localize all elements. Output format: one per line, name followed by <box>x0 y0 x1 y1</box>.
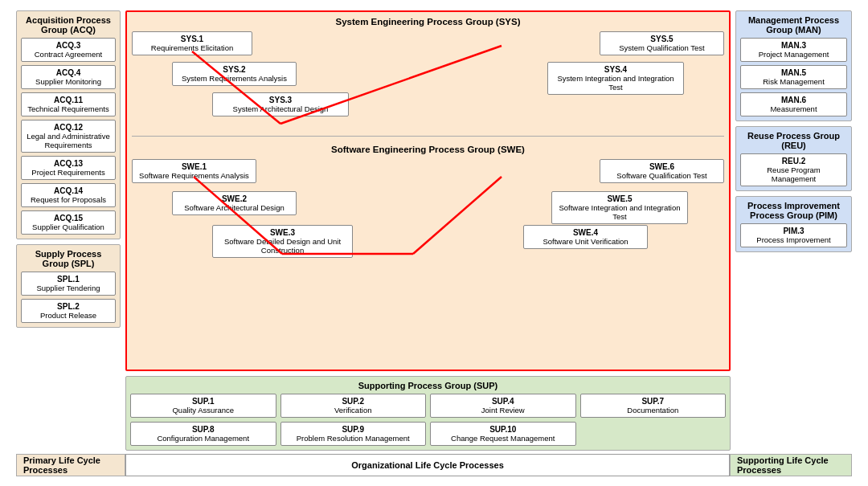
swe5-label: Software Integration and Integration Tes… <box>559 203 680 221</box>
left-column: Acquisition Process Group (ACQ) ACQ.3 Co… <box>16 10 121 451</box>
spl2-box: SPL.2 Product Release <box>21 299 116 323</box>
reu2-label: Reuse Program Management <box>745 165 842 183</box>
acq14-box: ACQ.14 Request for Proposals <box>21 183 116 207</box>
sys-swe-container: System Engineering Process Group (SYS) S… <box>125 10 731 371</box>
sys-area: System Engineering Process Group (SYS) S… <box>132 17 724 128</box>
right-column: Management Process Group (MAN) MAN.3 Pro… <box>735 10 852 451</box>
acq-group: Acquisition Process Group (ACQ) ACQ.3 Co… <box>16 10 121 239</box>
man6-code: MAN.6 <box>745 96 842 104</box>
sup2-code: SUP.2 <box>285 397 423 406</box>
sys4-code: SYS.4 <box>551 65 680 74</box>
sup-grid: SUP.1 Quality Assurance SUP.2 Verificati… <box>130 394 726 446</box>
center-column: System Engineering Process Group (SYS) S… <box>125 10 731 451</box>
reu2-box: REU.2 Reuse Program Management <box>740 153 847 186</box>
sup2-box: SUP.2 Verification <box>280 394 427 418</box>
label-organizational: Organizational Life Cycle Processes <box>125 454 730 476</box>
swe5-box: SWE.5 Software Integration and Integrati… <box>551 191 688 224</box>
acq11-box: ACQ.11 Technical Requirements <box>21 92 116 116</box>
sys2-code: SYS.2 <box>176 65 293 74</box>
man6-box: MAN.6 Measurement <box>740 92 847 116</box>
acq4-code: ACQ.4 <box>26 68 111 77</box>
sys1-label: Requirements Elicitation <box>151 43 233 52</box>
swe3-code: SWE.3 <box>216 228 349 237</box>
swe4-box: SWE.4 Software Unit Verification <box>523 225 648 249</box>
acq13-box: ACQ.13 Project Requirements <box>21 156 116 180</box>
sup4-code: SUP.4 <box>434 397 572 406</box>
swe6-label: Software Qualification Test <box>616 171 706 180</box>
reu2-code: REU.2 <box>745 157 842 165</box>
sup1-box: SUP.1 Quality Assurance <box>130 394 276 418</box>
acq4-box: ACQ.4 Supplier Monitoring <box>21 65 116 89</box>
acq3-label: Contract Agreement <box>26 50 111 59</box>
swe4-code: SWE.4 <box>527 228 644 237</box>
pim3-box: PIM.3 Process Improvement <box>740 223 847 247</box>
sys3-box: SYS.3 System Architectural Design <box>212 92 349 116</box>
pim-title: Process Improvement Process Group (PIM) <box>740 201 847 220</box>
swe6-box: SWE.6 Software Qualification Test <box>600 159 724 183</box>
swe-title: Software Engineering Process Group (SWE) <box>132 145 724 154</box>
sys-title: System Engineering Process Group (SYS) <box>132 17 724 27</box>
swe3-box: SWE.3 Software Detailed Design and Unit … <box>212 225 353 258</box>
spl-group: Supply Process Group (SPL) SPL.1 Supplie… <box>16 244 121 328</box>
acq14-label: Request for Proposals <box>26 195 111 204</box>
sys4-label: System Integration and Integration Test <box>557 74 674 92</box>
sys1-box: SYS.1 Requirements Elicitation <box>132 31 252 55</box>
man6-label: Measurement <box>745 104 842 113</box>
sup9-code: SUP.9 <box>285 425 423 434</box>
man5-code: MAN.5 <box>745 68 842 77</box>
sup4-box: SUP.4 Joint Review <box>430 394 576 418</box>
spl1-label: Supplier Tendering <box>26 284 111 292</box>
man-group: Management Process Group (MAN) MAN.3 Pro… <box>735 10 852 121</box>
swe3-label: Software Detailed Design and Unit Constr… <box>224 237 341 255</box>
sup4-label: Joint Review <box>481 406 525 415</box>
sup-group: Supporting Process Group (SUP) SUP.1 Qua… <box>125 376 731 451</box>
bottom-labels: Primary Life Cycle Processes Organizatio… <box>16 454 852 476</box>
sup8-code: SUP.8 <box>134 425 272 434</box>
sup10-label: Change Request Management <box>451 434 555 443</box>
acq3-box: ACQ.3 Contract Agreement <box>21 38 116 62</box>
man3-label: Project Management <box>745 50 842 59</box>
swe1-box: SWE.1 Software Requirements Analysis <box>132 159 256 183</box>
swe1-code: SWE.1 <box>136 162 252 171</box>
main-container: Acquisition Process Group (ACQ) ACQ.3 Co… <box>16 10 852 476</box>
sup8-box: SUP.8 Configuration Management <box>130 422 276 446</box>
acq3-code: ACQ.3 <box>26 41 111 50</box>
swe1-label: Software Requirements Analysis <box>139 171 249 180</box>
spl2-label: Product Release <box>26 311 111 320</box>
sup7-code: SUP.7 <box>584 397 723 406</box>
swe5-code: SWE.5 <box>555 194 684 203</box>
swe6-code: SWE.6 <box>604 162 720 171</box>
sup9-box: SUP.9 Problem Resolution Management <box>280 422 427 446</box>
sys1-code: SYS.1 <box>136 35 248 43</box>
sys2-box: SYS.2 System Requirements Analysis <box>172 62 297 86</box>
label-supporting: Supporting Life Cycle Processes <box>730 454 852 476</box>
sys5-code: SYS.5 <box>604 35 720 43</box>
man3-code: MAN.3 <box>745 41 842 50</box>
spl1-box: SPL.1 Supplier Tendering <box>21 272 116 296</box>
spl1-code: SPL.1 <box>26 275 111 284</box>
sup2-label: Verification <box>334 406 371 415</box>
swe4-label: Software Unit Verification <box>542 237 628 246</box>
acq11-code: ACQ.11 <box>26 96 111 104</box>
acq12-box: ACQ.12 Legal and Administrative Requirem… <box>21 120 116 153</box>
man-title: Management Process Group (MAN) <box>740 15 847 35</box>
sup10-code: SUP.10 <box>434 425 572 434</box>
sup9-label: Problem Resolution Management <box>297 434 410 443</box>
swe2-label: Software Architectural Design <box>184 203 285 212</box>
sys5-label: System Qualification Test <box>619 43 704 52</box>
swe2-box: SWE.2 Software Architectural Design <box>172 191 297 215</box>
acq4-label: Supplier Monitoring <box>26 77 111 86</box>
svg-line-4 <box>413 177 502 254</box>
swe2-code: SWE.2 <box>176 194 293 203</box>
sup8-label: Configuration Management <box>157 434 249 443</box>
pim3-code: PIM.3 <box>745 227 842 235</box>
man5-box: MAN.5 Risk Management <box>740 65 847 89</box>
sys-vmodel: SYS.1 Requirements Elicitation SYS.2 Sys… <box>132 31 724 128</box>
sys5-box: SYS.5 System Qualification Test <box>600 31 724 55</box>
sup1-label: Quality Assurance <box>172 406 234 415</box>
sup1-code: SUP.1 <box>134 397 272 406</box>
sup-title: Supporting Process Group (SUP) <box>130 381 726 390</box>
acq13-label: Project Requirements <box>26 168 111 177</box>
swe-vmodel: SWE.1 Software Requirements Analysis SWE… <box>132 159 724 263</box>
sys4-box: SYS.4 System Integration and Integration… <box>547 62 684 95</box>
